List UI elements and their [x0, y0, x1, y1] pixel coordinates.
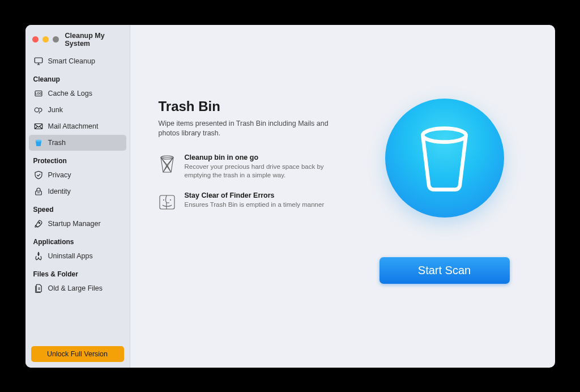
- main-content: Trash Bin Wipe items presented in Trash …: [130, 25, 555, 368]
- sidebar-item-identity[interactable]: Identity: [29, 184, 126, 199]
- section-header-speed: Speed: [29, 200, 126, 216]
- svg-point-7: [39, 222, 40, 223]
- junk-icon: [33, 105, 44, 115]
- sidebar-item-label: Trash: [48, 139, 66, 147]
- sidebar-item-cache-logs[interactable]: LOG Cache & Logs: [29, 86, 126, 101]
- sidebar-item-label: Privacy: [48, 171, 71, 179]
- fullscreen-window-button[interactable]: [53, 36, 59, 42]
- lock-icon: [33, 186, 44, 197]
- svg-point-5: [35, 139, 41, 141]
- shield-icon: [33, 170, 44, 180]
- finder-face-icon: [159, 193, 176, 212]
- feature-desc: Ensures Trash Bin is emptied in a timely…: [185, 201, 325, 210]
- sidebar-item-label: Identity: [48, 188, 71, 195]
- app-title: Cleanup My System: [65, 32, 123, 48]
- feature-title: Cleanup bin in one go: [185, 154, 332, 161]
- mail-icon: [33, 121, 44, 131]
- section-header-protection: Protection: [29, 151, 126, 167]
- sidebar-nav: Smart Cleanup Cleanup LOG Cache & Logs J…: [25, 53, 130, 340]
- trash-hero-icon: [412, 124, 477, 192]
- start-scan-button[interactable]: Start Scan: [379, 257, 510, 284]
- sidebar-item-privacy[interactable]: Privacy: [29, 167, 126, 183]
- files-icon: [33, 283, 44, 293]
- sidebar-item-startup-manager[interactable]: Startup Manager: [29, 216, 126, 232]
- sidebar-item-mail-attachment[interactable]: Mail Attachment: [29, 118, 126, 134]
- minimize-window-button[interactable]: [42, 36, 49, 42]
- log-icon: LOG: [33, 88, 44, 99]
- sidebar-item-label: Startup Manager: [48, 220, 101, 228]
- app-window: Cleanup My System Smart Cleanup Cleanup …: [25, 25, 555, 368]
- trash-wire-icon: [159, 155, 176, 174]
- sidebar-item-label: Old & Large Files: [48, 284, 103, 292]
- svg-text:LOG: LOG: [35, 91, 41, 95]
- section-header-applications: Applications: [29, 232, 126, 248]
- feature-desc: Recover your precious hard drive space b…: [185, 163, 332, 180]
- svg-point-3: [35, 108, 39, 112]
- sidebar-item-label: Cache & Logs: [48, 90, 93, 97]
- content-left-column: Trash Bin Wipe items presented in Trash …: [159, 99, 362, 339]
- close-window-button[interactable]: [32, 36, 39, 42]
- sidebar-item-label: Uninstall Apps: [48, 252, 93, 260]
- page-description: Wipe items presented in Trash Bin includ…: [159, 119, 340, 139]
- svg-point-10: [163, 199, 164, 201]
- svg-point-12: [423, 128, 466, 142]
- sidebar-item-label: Junk: [48, 106, 63, 114]
- monitor-icon: [33, 56, 44, 66]
- section-header-cleanup: Cleanup: [29, 70, 126, 86]
- content-right-column: Start Scan: [362, 99, 527, 339]
- sidebar-item-uninstall-apps[interactable]: Uninstall Apps: [29, 248, 126, 264]
- sidebar: Cleanup My System Smart Cleanup Cleanup …: [25, 25, 130, 368]
- hero-badge: [385, 99, 504, 218]
- sidebar-item-junk[interactable]: Junk: [29, 102, 126, 118]
- sidebar-footer: Unlock Full Version: [25, 340, 130, 368]
- sidebar-item-old-large-files[interactable]: Old & Large Files: [29, 280, 126, 296]
- unlock-full-version-button[interactable]: Unlock Full Version: [31, 346, 124, 362]
- trash-icon: [33, 138, 44, 148]
- titlebar: Cleanup My System: [25, 28, 130, 53]
- rocket-icon: [33, 219, 44, 229]
- sidebar-item-label: Smart Cleanup: [48, 57, 95, 65]
- svg-point-11: [170, 199, 171, 201]
- feature-title: Stay Clear of Finder Errors: [185, 191, 325, 199]
- svg-rect-9: [160, 195, 174, 209]
- feature-finder-errors: Stay Clear of Finder Errors Ensures Tras…: [159, 191, 362, 212]
- page-title: Trash Bin: [159, 99, 362, 114]
- sidebar-item-label: Mail Attachment: [48, 122, 99, 130]
- sidebar-item-trash[interactable]: Trash: [29, 135, 126, 151]
- section-header-files-folder: Files & Folder: [29, 265, 126, 280]
- svg-rect-0: [35, 58, 42, 63]
- app-icon: [33, 251, 44, 261]
- sidebar-item-smart-cleanup[interactable]: Smart Cleanup: [29, 53, 126, 69]
- traffic-lights: [32, 36, 59, 42]
- feature-cleanup-bin: Cleanup bin in one go Recover your preci…: [159, 154, 362, 180]
